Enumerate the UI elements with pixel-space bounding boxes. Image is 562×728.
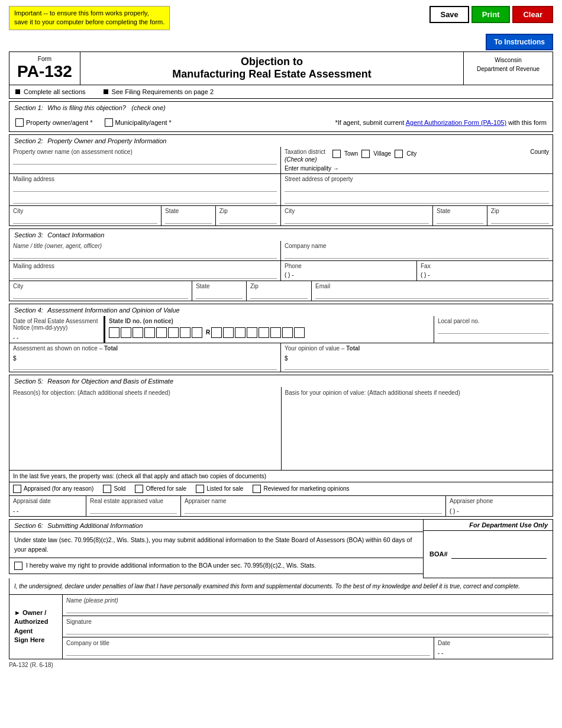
mailing-input2[interactable] [13, 195, 277, 204]
street-input2[interactable] [285, 195, 549, 204]
form-id-block: Form PA-132 [9, 52, 80, 85]
name-title-label: Name / title (owner, agent, officer) [13, 243, 277, 249]
reviewed-checkbox[interactable] [253, 485, 261, 493]
id-box10[interactable] [223, 327, 234, 338]
city1-input[interactable] [13, 215, 157, 224]
id-box13[interactable] [259, 327, 269, 338]
waive-checkbox[interactable] [14, 562, 22, 570]
state2-input[interactable] [437, 215, 483, 224]
sig-table: ► Owner / Authorized Agent Sign Here Nam… [9, 595, 553, 659]
id-box12[interactable] [247, 327, 257, 338]
zip2-input[interactable] [491, 215, 549, 224]
appraised-value-input[interactable] [90, 505, 177, 514]
mailing-input[interactable] [13, 183, 277, 192]
zip1-label: Zip [219, 208, 277, 214]
section3-zip-cell: Zip [247, 281, 312, 301]
five-years-row: In the last five years, the property was… [9, 470, 553, 482]
zip1-input[interactable] [219, 215, 277, 224]
street-input[interactable] [285, 183, 549, 192]
name-title-cell: Name / title (owner, agent, officer) [9, 241, 281, 260]
id-box4[interactable] [144, 327, 155, 338]
section3-zip-input[interactable] [250, 291, 308, 299]
instructions-button[interactable]: To Instructions [486, 34, 553, 50]
assessment-label: Assessment as shown on notice – Total [13, 345, 277, 352]
id-box6[interactable] [168, 327, 179, 338]
section6-right-wrapper: For Department Use Only BOA# [423, 519, 553, 578]
id-box11[interactable] [235, 327, 246, 338]
fax-value[interactable]: ( ) - [421, 270, 549, 278]
reviewed-label: Reviewed for marketing opinions [263, 485, 349, 492]
boa-line[interactable] [451, 549, 547, 559]
state-id-cell: State ID no. (on notice) R [104, 316, 434, 343]
clear-button[interactable]: Clear [512, 6, 553, 23]
section5-header: Section 5: Reason for Objection and Basi… [9, 375, 553, 387]
municipality-checkbox[interactable] [105, 118, 113, 127]
appraised-checkbox[interactable] [13, 485, 21, 493]
id-box15[interactable] [282, 327, 293, 338]
company-input[interactable] [285, 250, 549, 259]
declaration-text: I, the undersigned, declare under penalt… [14, 583, 520, 590]
date-label: Date of Real Estate Assessment Notice (m… [13, 318, 100, 331]
id-box14[interactable] [270, 327, 281, 338]
print-button[interactable]: Print [471, 6, 511, 23]
section6-left-wrapper: Section 6: Submitting Additional Informa… [9, 519, 423, 578]
owner-name-cell: Property owner name (on assessment notic… [9, 147, 281, 173]
id-box9[interactable] [211, 327, 222, 338]
save-button[interactable]: Save [429, 6, 469, 23]
village-checkbox[interactable] [361, 150, 370, 158]
local-parcel-input[interactable] [438, 326, 549, 334]
section5-grid: Reason(s) for objection: (Attach additio… [9, 387, 553, 517]
offered-label: Offered for sale [146, 485, 186, 492]
offered-option: Offered for sale [135, 485, 186, 493]
section1-header: Section 1: Who is filing this objection?… [9, 101, 553, 114]
state1-label: State [165, 208, 212, 214]
municipality-option: Municipality/agent * [105, 118, 172, 127]
phone-cell: Phone ( ) - [281, 261, 417, 281]
sold-checkbox[interactable] [103, 485, 111, 493]
section3-mailing-input[interactable] [13, 270, 277, 279]
listed-checkbox[interactable] [196, 485, 204, 493]
appraiser-phone-val[interactable]: ( ) - [450, 505, 549, 514]
village-label: Village [373, 150, 391, 157]
section6-header: Section 6: Submitting Additional Informa… [9, 519, 423, 532]
sig-date-val[interactable]: - - [438, 648, 549, 656]
id-box1[interactable] [109, 327, 119, 338]
offered-checkbox[interactable] [135, 485, 143, 493]
sig-company-input[interactable] [66, 648, 430, 656]
opinion-cell: Your opinion of value – Total $ [281, 343, 553, 372]
sold-label: Sold [114, 485, 125, 492]
date-input[interactable]: - - [13, 332, 100, 341]
id-box5[interactable] [156, 327, 167, 338]
appraised-option: Appraised (for any reason) [13, 485, 93, 493]
agent-link[interactable]: Agent Authorization Form (PA-105) [406, 119, 506, 126]
property-owner-checkbox[interactable] [15, 118, 24, 127]
city-checkbox[interactable] [395, 150, 403, 158]
email-input[interactable] [315, 291, 549, 299]
sig-name-input[interactable] [66, 605, 549, 613]
section3-city-input[interactable] [13, 291, 188, 299]
id-box3[interactable] [133, 327, 143, 338]
section1-subtitle: Who is filing this objection? [47, 104, 126, 111]
email-cell: Email [312, 281, 553, 301]
city2-input[interactable] [285, 215, 429, 224]
section3-state-cell: State [192, 281, 247, 301]
assessment-input[interactable] [13, 362, 277, 370]
section6-body-text: Under state law (sec. 70.995(8)(c)2., Wi… [14, 536, 418, 555]
zip1-cell: Zip [216, 206, 281, 226]
id-box8[interactable] [192, 327, 202, 338]
phone-value[interactable]: ( ) - [285, 270, 413, 278]
sig-signature-input[interactable] [66, 626, 549, 634]
appraiser-name-input[interactable] [185, 505, 442, 514]
id-box2[interactable] [121, 327, 131, 338]
opinion-input[interactable] [285, 362, 549, 370]
town-checkbox[interactable] [332, 150, 341, 158]
name-title-input[interactable] [13, 250, 277, 259]
id-box16[interactable] [294, 327, 305, 338]
state1-input[interactable] [165, 215, 212, 224]
id-box7[interactable] [180, 327, 190, 338]
sold-option: Sold [103, 485, 125, 493]
town-label: Town [344, 150, 358, 157]
appraisal-date-val[interactable]: - - [13, 505, 82, 514]
section3-state-input[interactable] [196, 291, 243, 299]
owner-name-input[interactable] [13, 156, 277, 165]
